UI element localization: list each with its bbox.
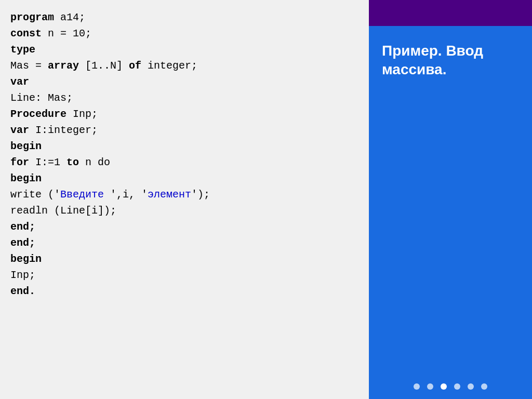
code-line-line6: Line: Mas; <box>10 90 358 106</box>
nav-dot-0[interactable] <box>414 383 420 390</box>
code-line-line3: type <box>10 42 358 58</box>
code-line-line1: program a14; <box>10 9 358 25</box>
code-line-line12: write ('Введите ',i, 'элемент'); <box>10 187 358 203</box>
nav-dot-3[interactable] <box>454 383 460 390</box>
code-line-line8: var I:integer; <box>10 122 358 138</box>
code-panel: program a14;const n = 10;typeMas = array… <box>0 0 369 399</box>
code-line-line14: end; <box>10 219 358 235</box>
code-line-line2: const n = 10; <box>10 25 358 42</box>
dots-navigation <box>369 383 532 390</box>
code-line-line10: for I:=1 to n do <box>10 154 358 170</box>
code-block: program a14;const n = 10;typeMas = array… <box>10 9 358 299</box>
code-line-line18: end. <box>10 283 358 299</box>
slide-title: Пример. Ввод массива. <box>382 42 519 79</box>
right-panel: Пример. Ввод массива. <box>369 0 532 399</box>
code-line-line13: readln (Line[i]); <box>10 203 358 219</box>
code-line-line15: end; <box>10 235 358 251</box>
nav-dot-2[interactable] <box>441 383 447 390</box>
code-line-line7: Procedure Inp; <box>10 106 358 122</box>
right-text-area: Пример. Ввод массива. <box>369 26 532 399</box>
nav-dot-4[interactable] <box>468 383 474 390</box>
code-line-line16: begin <box>10 251 358 267</box>
top-bar <box>369 0 532 26</box>
code-line-line17: Inp; <box>10 267 358 283</box>
code-line-line4: Mas = array [1..N] of integer; <box>10 58 358 74</box>
nav-dot-1[interactable] <box>427 383 433 390</box>
nav-dot-5[interactable] <box>481 383 487 390</box>
code-line-line9: begin <box>10 138 358 154</box>
code-line-line11: begin <box>10 170 358 187</box>
code-line-line5: var <box>10 74 358 90</box>
